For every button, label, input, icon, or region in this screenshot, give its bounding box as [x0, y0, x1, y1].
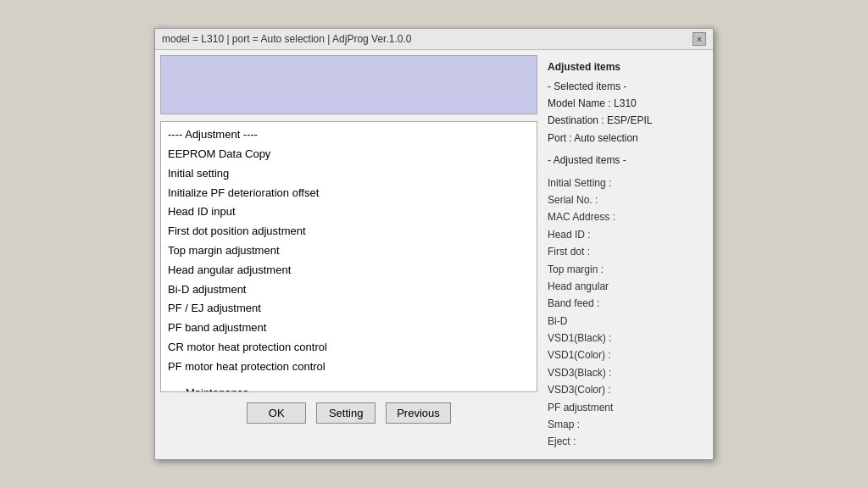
ok-button[interactable]: OK	[247, 402, 306, 424]
model-name: Model Name : L310	[548, 95, 703, 112]
menu-item-first-dot[interactable]: First dot position adjustment	[166, 222, 531, 241]
field-label: Top margin :	[548, 261, 703, 278]
field-label: Smap :	[548, 416, 703, 433]
field-label: Initial Setting :	[548, 175, 703, 191]
button-row: OK Setting Previous	[160, 396, 537, 427]
field-label: Head ID :	[548, 226, 703, 243]
main-dialog: model = L310 | port = Auto selection | A…	[154, 28, 714, 460]
left-panel: ---- Adjustment ----EEPROM Data CopyInit…	[160, 55, 537, 454]
field-label: PF adjustment	[548, 399, 703, 416]
field-label: VSD3(Black) :	[548, 364, 703, 381]
previous-button[interactable]: Previous	[386, 402, 451, 424]
menu-item-bid[interactable]: Bi-D adjustment	[166, 280, 531, 300]
setting-button[interactable]: Setting	[316, 402, 376, 424]
menu-item-init-pf[interactable]: Initialize PF deterioration offset	[166, 184, 531, 203]
menu-item-pf-ej[interactable]: PF / EJ adjustment	[166, 299, 531, 319]
right-fields: Initial Setting :Serial No. :MAC Address…	[548, 175, 703, 451]
menu-item-head-id[interactable]: Head ID input	[166, 202, 531, 222]
title-bar: model = L310 | port = Auto selection | A…	[155, 29, 713, 50]
field-label: Band feed :	[548, 295, 703, 312]
right-panel-title: Adjusted items	[548, 58, 703, 75]
port: Port : Auto selection	[548, 130, 703, 147]
menu-item-head-angular[interactable]: Head angular adjustment	[166, 261, 531, 280]
menu-item-pf-motor[interactable]: PF motor heat protection control	[166, 358, 531, 377]
field-label: First dot :	[548, 243, 703, 260]
field-label: Head angular	[548, 278, 703, 295]
menu-item-initial[interactable]: Initial setting	[166, 164, 531, 184]
field-label: VSD3(Color) :	[548, 381, 703, 398]
dialog-body: ---- Adjustment ----EEPROM Data CopyInit…	[155, 50, 713, 459]
field-label: Eject :	[548, 433, 703, 450]
title-text: model = L310 | port = Auto selection | A…	[162, 33, 411, 45]
field-label: VSD1(Black) :	[548, 330, 703, 347]
field-label: VSD1(Color) :	[548, 347, 703, 363]
menu-item-pf-band[interactable]: PF band adjustment	[166, 319, 531, 338]
menu-item-adj-header: ---- Adjustment ----	[166, 125, 531, 145]
menu-item-eeprom[interactable]: EEPROM Data Copy	[166, 145, 531, 164]
menu-list: ---- Adjustment ----EEPROM Data CopyInit…	[160, 121, 537, 392]
close-button[interactable]: ×	[693, 32, 706, 46]
menu-item-cr-motor[interactable]: CR motor heat protection control	[166, 338, 531, 358]
field-label: Serial No. :	[548, 191, 703, 208]
field-label: Bi-D	[548, 313, 703, 330]
menu-item-maint-header: ---- Maintenance ----	[166, 384, 531, 393]
right-panel: Adjusted items - Selected items - Model …	[542, 55, 708, 454]
field-label: MAC Address :	[548, 208, 703, 225]
preview-area	[160, 55, 537, 114]
adjusted-title: - Adjusted items -	[548, 152, 703, 169]
destination: Destination : ESP/EPIL	[548, 112, 703, 129]
menu-item-top-margin[interactable]: Top margin adjustment	[166, 241, 531, 261]
selected-title: - Selected items -	[548, 78, 703, 95]
